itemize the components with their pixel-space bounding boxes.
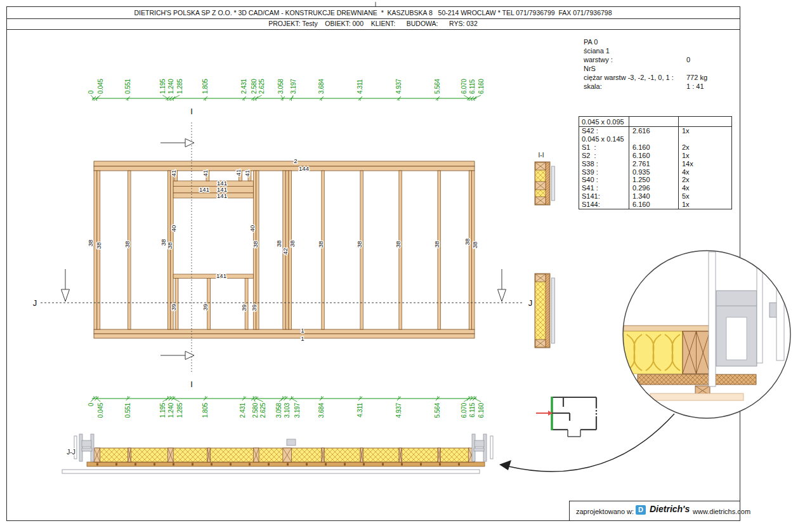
table-cell: 0.045 x 0.145: [582, 135, 624, 143]
info-label: NrS: [584, 65, 686, 74]
info-row: PA 0: [584, 38, 707, 47]
table-row: S38 :2.76114x: [579, 160, 731, 168]
footer-rule-vertical: [569, 501, 570, 520]
table-cell: S1 :: [582, 143, 596, 151]
info-label: PA 0: [584, 38, 686, 47]
info-value: 0: [686, 56, 690, 63]
table-cell: 2.616: [632, 127, 650, 135]
info-label: ściana 1: [584, 47, 686, 56]
header-separator-2: [6, 29, 740, 30]
table-cell: 1.250: [632, 176, 650, 183]
table-cell: S42 :: [582, 127, 598, 135]
dietrichs-logo-icon: D: [636, 505, 646, 515]
table-cell: 2x: [682, 143, 690, 151]
table-cell: 1x: [682, 152, 690, 159]
table-cell: S141:: [582, 192, 600, 200]
project-header: PROJEKT: Testy OBIEKT: 000 KLIENT: BUDOW…: [7, 20, 739, 27]
table-row: S141:1.3405x: [579, 192, 731, 201]
table-row: S42 :2.6161x: [579, 127, 731, 135]
header-separator: [6, 18, 740, 19]
info-row: ściana 1: [584, 47, 707, 56]
dietrichs-brand: Dietrich's: [650, 504, 690, 514]
company-header: DIETRICH'S POLSKA SP Z O.O. * 3D CAD/CAM…: [7, 9, 739, 16]
table-cell: S144:: [582, 201, 600, 208]
table-cell: 0.296: [632, 184, 650, 192]
table-row: S40 :1.2502x: [579, 176, 731, 184]
table-cell: 2x: [682, 176, 690, 183]
info-value: 772 kg: [686, 74, 707, 81]
cad-drawing-sheet: { "header": { "line1": "DIETRICH'S POLSK…: [0, 0, 812, 528]
info-label: warstwy :: [584, 56, 686, 65]
table-cell: S2 :: [582, 152, 596, 159]
table-row: 0.045 x 0.095: [579, 118, 731, 126]
table-cell: S39 :: [582, 168, 598, 176]
table-cell: 6.160: [632, 152, 650, 159]
table-cell: 14x: [682, 160, 693, 168]
table-cell: 4x: [682, 168, 690, 176]
table-cell: 0.045 x 0.095: [582, 118, 624, 126]
table-row: S39 :0.9354x: [579, 168, 731, 176]
table-cell: 5x: [682, 192, 690, 200]
table-row: 0.045 x 0.145: [579, 135, 731, 143]
info-row: skala:1 : 41: [584, 82, 707, 91]
info-label: skala:: [584, 82, 686, 91]
table-row: S144:6.1601x: [579, 201, 731, 209]
table-cell: 1x: [682, 127, 690, 135]
info-row: NrS: [584, 65, 707, 74]
info-row: warstwy :0: [584, 56, 707, 65]
dietrichs-website-link[interactable]: www.dietrichs.com: [693, 508, 750, 515]
table-cell: S40 :: [582, 176, 598, 183]
table-row: S41 :0.2964x: [579, 184, 731, 192]
wall-info-block: PA 0ściana 1warstwy :0NrSciężar warstw -…: [584, 38, 707, 91]
footer-rule: [569, 501, 740, 501]
table-row: S2 :6.1601x: [579, 152, 731, 160]
table-cell: 6.160: [632, 143, 650, 151]
table-cell: S38 :: [582, 160, 598, 168]
table-cell: S41 :: [582, 184, 598, 192]
table-cell: 4x: [682, 184, 690, 192]
info-value: 1 : 41: [686, 82, 704, 90]
table-cell: 2.761: [632, 160, 650, 168]
parts-list-table: 0.045 x 0.095S42 :2.6161x0.045 x 0.145S1…: [579, 116, 732, 209]
info-row: ciężar warstw -3, -2, -1, 0, 1 :772 kg: [584, 74, 707, 82]
table-cell: 0.935: [632, 168, 650, 176]
table-row: S1 :6.1602x: [579, 143, 731, 152]
footer-designed-in-label: zaprojektowano w:: [576, 508, 634, 515]
info-label: ciężar warstw -3, -2, -1, 0, 1 :: [584, 74, 686, 82]
table-cell: 1.340: [632, 192, 650, 200]
table-cell: 6.160: [632, 201, 650, 208]
table-cell: 1x: [682, 201, 690, 208]
